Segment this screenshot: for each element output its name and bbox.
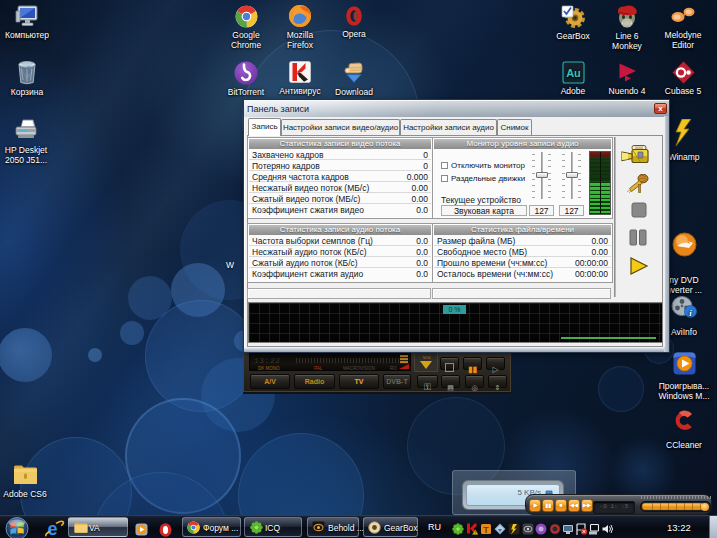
svg-text:T: T [483, 525, 489, 535]
svg-text:Au: Au [566, 67, 581, 79]
svg-text:e: e [48, 519, 58, 538]
